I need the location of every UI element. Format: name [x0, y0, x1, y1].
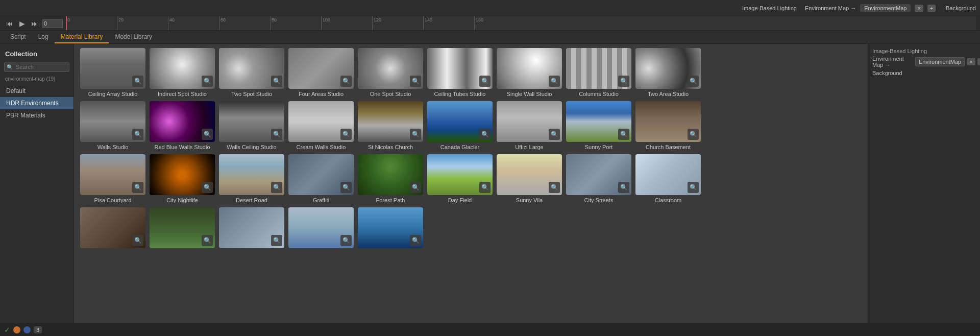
zoom-icon[interactable]: 🔍 — [410, 235, 421, 246]
list-item[interactable]: 🔍 Ceiling Array Studio — [80, 48, 145, 97]
env-map-add-button[interactable]: + — [927, 5, 936, 12]
zoom-icon[interactable]: 🔍 — [271, 76, 282, 87]
grid-row-4: 🔍 🔍 🔍 🔍 — [80, 207, 862, 250]
tab-material-library[interactable]: Material Library — [55, 31, 109, 43]
zoom-icon[interactable]: 🔍 — [132, 76, 143, 87]
list-item[interactable]: 🔍 Day Field — [427, 154, 493, 203]
zoom-icon[interactable]: 🔍 — [688, 76, 699, 87]
ruler-tick-140: 140 — [423, 16, 432, 30]
sidebar-item-default[interactable]: Default — [0, 85, 74, 97]
grid-row-3: 🔍 Pisa Courtyard 🔍 City Nightlife 🔍 Dese… — [80, 154, 862, 203]
list-item[interactable]: 🔍 Columns Studio — [566, 48, 631, 97]
zoom-icon[interactable]: 🔍 — [271, 129, 282, 140]
env-map-remove-button[interactable]: × — [967, 58, 975, 65]
list-item[interactable]: 🔍 Walls Ceiling Studio — [219, 101, 284, 150]
thumbnail-sunny-vila: 🔍 — [497, 154, 562, 195]
zoom-icon[interactable]: 🔍 — [618, 182, 629, 193]
zoom-icon[interactable]: 🔍 — [549, 182, 560, 193]
list-item[interactable]: 🔍 Church Basement — [635, 101, 701, 150]
item-label-desert-road: Desert Road — [219, 197, 284, 203]
zoom-icon[interactable]: 🔍 — [618, 129, 629, 140]
thumbnail-graffiti: 🔍 — [288, 154, 354, 195]
ibl-panel: Image-Based Lighting Environment Map → E… — [742, 4, 976, 12]
zoom-icon[interactable]: 🔍 — [202, 235, 213, 246]
list-item[interactable]: 🔍 Sunny Vila — [497, 154, 562, 203]
tab-log[interactable]: Log — [32, 31, 55, 43]
env-map-settings-button[interactable]: + — [977, 58, 980, 65]
zoom-icon[interactable]: 🔍 — [688, 129, 699, 140]
zoom-icon[interactable]: 🔍 — [202, 182, 213, 193]
list-item[interactable]: 🔍 Ceiling Tubes Studio — [427, 48, 493, 97]
search-icon: 🔍 — [7, 64, 13, 70]
ruler-tick-20: 20 — [117, 16, 124, 30]
zoom-icon[interactable]: 🔍 — [340, 129, 352, 140]
zoom-icon[interactable]: 🔍 — [271, 182, 282, 193]
list-item[interactable]: 🔍 Classroom — [635, 154, 701, 203]
thumbnail-single-wall-studio: 🔍 — [497, 48, 562, 89]
list-item[interactable]: 🔍 Uffizi Large — [497, 101, 562, 150]
zoom-icon[interactable]: 🔍 — [132, 235, 143, 246]
item-label-ceiling-tubes-studio: Ceiling Tubes Studio — [427, 91, 493, 97]
zoom-icon[interactable]: 🔍 — [340, 76, 352, 87]
list-item[interactable]: 🔍 — [219, 207, 284, 250]
env-map-close-button[interactable]: × — [915, 5, 923, 12]
timeline-frame-input[interactable]: 0 — [42, 19, 63, 28]
tab-script[interactable]: Script — [4, 31, 32, 43]
timeline-play-button[interactable]: ▶ — [17, 18, 27, 29]
list-item[interactable]: 🔍 Red Blue Walls Studio — [150, 101, 215, 150]
list-item[interactable]: 🔍 Cream Walls Studio — [288, 101, 354, 150]
list-item[interactable]: 🔍 One Spot Studio — [358, 48, 423, 97]
thumbnail-row4-item1: 🔍 — [80, 207, 145, 248]
list-item[interactable]: 🔍 Graffiti — [288, 154, 354, 203]
list-item[interactable]: 🔍 — [150, 207, 215, 250]
list-item[interactable]: 🔍 Two Spot Studio — [219, 48, 284, 97]
list-item[interactable]: 🔍 Four Areas Studio — [288, 48, 354, 97]
sidebar-item-pbr-materials[interactable]: PBR Materials — [0, 109, 74, 122]
zoom-icon[interactable]: 🔍 — [202, 76, 213, 87]
zoom-icon[interactable]: 🔍 — [132, 129, 143, 140]
zoom-icon[interactable]: 🔍 — [340, 235, 352, 246]
list-item[interactable]: 🔍 — [80, 207, 145, 250]
ruler-tick-160: 160 — [474, 16, 483, 30]
list-item[interactable]: 🔍 Desert Road — [219, 154, 284, 203]
zoom-icon[interactable]: 🔍 — [688, 182, 699, 193]
list-item[interactable]: 🔍 Indirect Spot Studio — [150, 48, 215, 97]
list-item[interactable]: 🔍 — [288, 207, 354, 250]
zoom-icon[interactable]: 🔍 — [479, 129, 491, 140]
item-label-two-spot-studio: Two Spot Studio — [219, 91, 284, 97]
ruler-tick-80: 80 — [270, 16, 277, 30]
ruler-tick-0: 0 — [66, 16, 70, 30]
list-item[interactable]: 🔍 Walls Studio — [80, 101, 145, 150]
list-item[interactable]: 🔍 Two Area Studio — [635, 48, 701, 97]
zoom-icon[interactable]: 🔍 — [340, 182, 352, 193]
sidebar-item-hdr-environments[interactable]: HDR Environments — [0, 97, 74, 109]
list-item[interactable]: 🔍 Forest Path — [358, 154, 423, 203]
zoom-icon[interactable]: 🔍 — [479, 182, 491, 193]
grid-row-1: 🔍 Ceiling Array Studio 🔍 Indirect Spot S… — [80, 48, 862, 97]
timeline-end-button[interactable]: ⏭ — [29, 18, 40, 29]
list-item[interactable]: 🔍 Single Wall Studio — [497, 48, 562, 97]
zoom-icon[interactable]: 🔍 — [410, 182, 421, 193]
zoom-icon[interactable]: 🔍 — [202, 129, 213, 140]
tab-model-library[interactable]: Model Library — [109, 31, 158, 43]
zoom-icon[interactable]: 🔍 — [132, 182, 143, 193]
list-item[interactable]: 🔍 City Nightlife — [150, 154, 215, 203]
zoom-icon[interactable]: 🔍 — [410, 129, 421, 140]
timeline-start-button[interactable]: ⏮ — [4, 18, 15, 29]
zoom-icon[interactable]: 🔍 — [271, 235, 282, 246]
list-item[interactable]: 🔍 Canada Glacier — [427, 101, 493, 150]
item-label-st-nicolas-church: St Nicolas Church — [358, 144, 423, 150]
status-count: 3 — [34, 326, 42, 333]
zoom-icon[interactable]: 🔍 — [479, 76, 491, 87]
tab-bar: Script Log Material Library Model Librar… — [0, 31, 980, 44]
list-item[interactable]: 🔍 St Nicolas Church — [358, 101, 423, 150]
list-item[interactable]: 🔍 Pisa Courtyard — [80, 154, 145, 203]
zoom-icon[interactable]: 🔍 — [549, 76, 560, 87]
search-input[interactable] — [4, 62, 69, 72]
zoom-icon[interactable]: 🔍 — [618, 76, 629, 87]
zoom-icon[interactable]: 🔍 — [410, 76, 421, 87]
list-item[interactable]: 🔍 Sunny Port — [566, 101, 631, 150]
zoom-icon[interactable]: 🔍 — [549, 129, 560, 140]
list-item[interactable]: 🔍 — [358, 207, 423, 250]
list-item[interactable]: 🔍 City Streets — [566, 154, 631, 203]
